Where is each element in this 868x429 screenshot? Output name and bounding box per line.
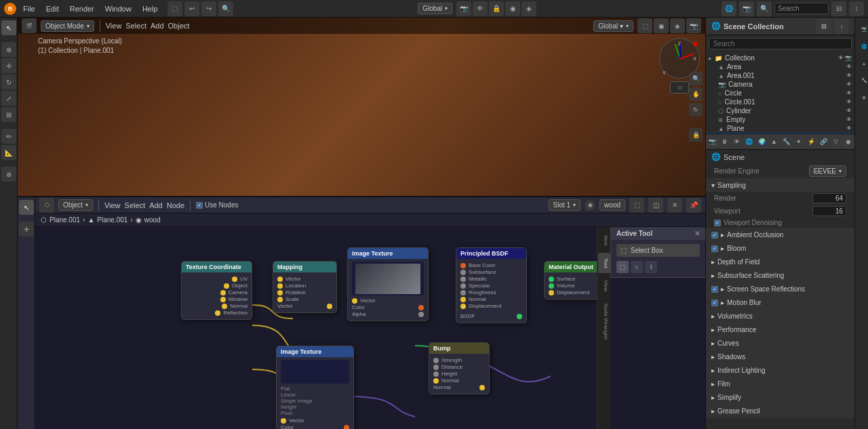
collection-search[interactable] bbox=[709, 38, 852, 49]
vp-zoom-in[interactable]: 🔍 bbox=[689, 72, 703, 85]
menu-render[interactable]: Render bbox=[66, 3, 98, 14]
material-sphere-icon[interactable]: ◉ bbox=[585, 200, 595, 211]
vp-menu-add[interactable]: Add bbox=[151, 22, 164, 30]
empty-eye[interactable]: 👁 bbox=[846, 117, 852, 123]
node-principled-bsdf[interactable]: Principled BSDF Base Color Subsurface Me… bbox=[456, 247, 527, 323]
ao-header[interactable]: ✓ ▸ Ambient Occlusion bbox=[706, 228, 854, 241]
tree-item-empty[interactable]: ⊕ Empty 👁 bbox=[706, 115, 854, 124]
node-bump[interactable]: Bump Strength Distance Height Normal Nor… bbox=[429, 342, 490, 394]
annotate-tool[interactable]: ✏ bbox=[1, 129, 16, 144]
tree-item-plane[interactable]: ▲ Plane 👁 bbox=[706, 124, 854, 133]
ssr-checkbox[interactable]: ✓ bbox=[711, 286, 718, 293]
engine-dropdown[interactable]: Global bbox=[418, 3, 452, 14]
prop-tab-obj[interactable]: ▲ bbox=[768, 134, 780, 149]
render-icon[interactable]: 📷 bbox=[456, 1, 471, 16]
node-header-icon1[interactable]: ⬚ bbox=[629, 198, 644, 213]
tree-item-circle001[interactable]: ○ Circle.001 👁 bbox=[706, 98, 854, 106]
node-texture-coordinate[interactable]: Texture Coordinate UV Object Camera Wind… bbox=[181, 261, 252, 320]
tree-item-cylinder[interactable]: ⬡ Cylinder 👁 bbox=[706, 106, 854, 115]
dof-header[interactable]: ▸ Depth of Field bbox=[706, 256, 854, 268]
node-header-pin[interactable]: 📌 bbox=[686, 198, 701, 213]
render-props-icon[interactable]: 📷 bbox=[739, 1, 754, 16]
node-editor-type-dropdown[interactable]: Object bbox=[58, 199, 93, 211]
prop-tab-world[interactable]: 🌍 bbox=[755, 134, 768, 149]
sort-icon[interactable]: ↕ bbox=[849, 1, 864, 16]
side-tab-scene-props[interactable]: 📷 bbox=[856, 20, 868, 37]
perf-header[interactable]: ▸ Performance bbox=[706, 323, 854, 336]
node-header-icon2[interactable]: ◫ bbox=[648, 198, 663, 213]
tree-item-area[interactable]: ▲ Area 👁 bbox=[706, 62, 854, 71]
sss-header[interactable]: ▸ Subsurface Scattering bbox=[706, 269, 854, 282]
indirect-header[interactable]: ▸ Indirect Lighting bbox=[706, 364, 854, 377]
side-tab-view[interactable]: View bbox=[598, 274, 610, 297]
mb-checkbox[interactable]: ✓ bbox=[711, 300, 718, 306]
select-tool[interactable]: ↖ bbox=[1, 20, 16, 35]
vis-render-icon[interactable]: 📷 bbox=[845, 55, 852, 61]
material-slot-dropdown[interactable]: Slot 1 bbox=[549, 199, 581, 211]
node-menu-add[interactable]: Add bbox=[149, 201, 163, 209]
simplify-header[interactable]: ▸ Simplify bbox=[706, 391, 854, 404]
scene-icon[interactable]: 🌐 bbox=[722, 1, 736, 16]
menu-window[interactable]: Window bbox=[101, 3, 136, 14]
collection-filter-icon[interactable]: ⊟ bbox=[816, 19, 831, 34]
menu-file[interactable]: File bbox=[19, 3, 39, 14]
vis-eye-icon[interactable]: 👁 bbox=[838, 55, 844, 61]
scale-tool[interactable]: ⤢ bbox=[1, 91, 16, 106]
vp-rotate[interactable]: ↻ bbox=[689, 103, 703, 117]
vp-menu-object[interactable]: Object bbox=[168, 22, 190, 30]
camera-eye[interactable]: 👁 bbox=[846, 81, 852, 87]
rotate-tool[interactable]: ↻ bbox=[1, 75, 16, 89]
vp-menu-select[interactable]: Select bbox=[125, 22, 146, 30]
side-tab-obj-props[interactable]: ▲ bbox=[856, 56, 868, 71]
tree-item-plane001[interactable]: ▲ Plane.001 👁 bbox=[706, 133, 854, 134]
breadcrumb-item-3[interactable]: wood bbox=[144, 216, 161, 224]
bloom-header[interactable]: ✓ ▸ Bloom bbox=[706, 242, 854, 255]
select-box-button[interactable]: ⬚ Select Box bbox=[616, 244, 700, 257]
prop-tab-data[interactable]: ▽ bbox=[830, 134, 842, 149]
side-tab-node-wrangler[interactable]: Node Wrangler bbox=[598, 298, 610, 346]
add-tool[interactable]: ⊕ bbox=[1, 167, 16, 182]
side-tab-scene-props2[interactable]: 🌐 bbox=[856, 38, 868, 55]
mode-circle[interactable]: ○ bbox=[631, 261, 643, 273]
mode-lasso[interactable]: ⌇ bbox=[645, 261, 657, 273]
area-eye[interactable]: 👁 bbox=[846, 64, 852, 70]
transform-tool[interactable]: ⊞ bbox=[1, 107, 16, 122]
side-tab-tool[interactable]: Tool bbox=[598, 253, 610, 274]
area001-eye[interactable]: 👁 bbox=[846, 73, 852, 79]
node-canvas[interactable]: Texture Coordinate UV Object Camera Wind… bbox=[35, 227, 705, 429]
mat-icon[interactable]: ◈ bbox=[521, 1, 536, 16]
ssr-header[interactable]: ✓ ▸ Screen Space Reflections bbox=[706, 283, 854, 295]
node-mapping[interactable]: Mapping Vector Location Rotation Scale V… bbox=[273, 261, 337, 313]
material-name[interactable]: wood bbox=[599, 199, 625, 211]
viewport-shading-dropdown[interactable]: Global ▾ bbox=[593, 20, 633, 32]
filter-icon[interactable]: ⊟ bbox=[831, 1, 846, 16]
side-tab-item[interactable]: Item bbox=[598, 230, 610, 251]
node-material-output[interactable]: Material Output Surface Volume Displacem… bbox=[544, 261, 605, 300]
cylinder-eye[interactable]: 👁 bbox=[846, 108, 852, 114]
film-header[interactable]: ▸ Film bbox=[706, 377, 854, 390]
vp-shade-solid[interactable]: ◉ bbox=[654, 18, 669, 33]
move-tool[interactable]: ✛ bbox=[1, 58, 16, 73]
collection-sort-icon[interactable]: ↕ bbox=[834, 19, 849, 34]
node-menu-view[interactable]: View bbox=[104, 201, 121, 209]
prop-tab-modifier[interactable]: 🔧 bbox=[781, 134, 793, 149]
vp-shade-material[interactable]: ◈ bbox=[670, 18, 685, 33]
use-nodes-check[interactable]: ✓ bbox=[196, 202, 203, 209]
side-tab-mat-props[interactable]: ◉ bbox=[856, 89, 868, 106]
node-select-tool[interactable]: ↖ bbox=[19, 200, 34, 215]
node-image-texture-1[interactable]: Image Texture Vector Color Alpha bbox=[347, 247, 429, 321]
prop-tab-scene[interactable]: 🌐 bbox=[743, 134, 755, 149]
prop-tab-constraints[interactable]: 🔗 bbox=[817, 134, 829, 149]
mb-header[interactable]: ✓ ▸ Motion Blur bbox=[706, 296, 854, 309]
node-editor-type-icon[interactable]: ⬡ bbox=[39, 198, 54, 213]
side-tab-mod-props[interactable]: 🔧 bbox=[856, 72, 868, 89]
node-image-texture-2[interactable]: Image Texture Flat Linear Single Image H… bbox=[276, 346, 354, 429]
toolbar-search[interactable]: 🔍 bbox=[218, 1, 233, 16]
vp-hand[interactable]: ✋ bbox=[689, 87, 703, 101]
tree-item-circle[interactable]: ○ Circle 👁 bbox=[706, 89, 854, 98]
node-editor[interactable]: ⬡ Object View Select Add Node ✓ Use Node… bbox=[35, 197, 705, 429]
viewport-editor-type[interactable]: 🎬 bbox=[22, 18, 37, 33]
toolbar-icon-3[interactable]: ↪ bbox=[201, 1, 216, 16]
toolbar-icon-2[interactable]: ↩ bbox=[184, 1, 199, 16]
render-engine-dropdown[interactable]: EEVEE bbox=[809, 165, 846, 177]
